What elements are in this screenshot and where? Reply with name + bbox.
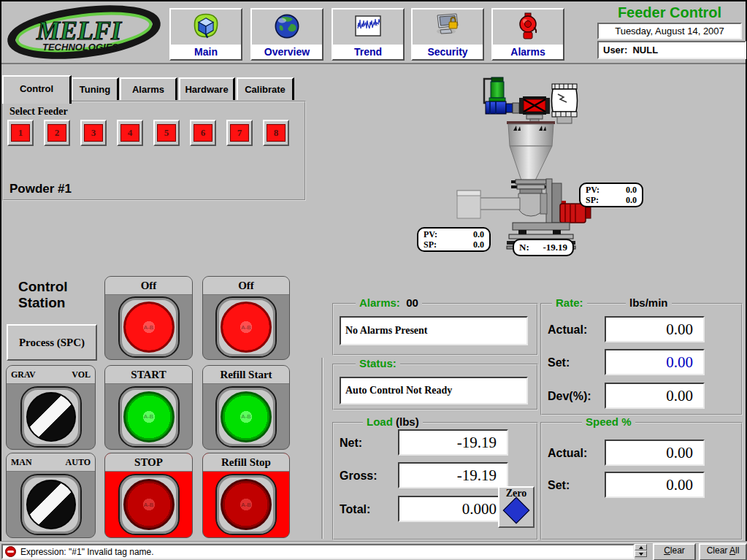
rate-dev-value: 0.00 (605, 383, 705, 409)
rate-groupbox-label: Rate: (552, 296, 587, 309)
feeder-control-screen: MELFI TECHNOLOGIES Main (0, 0, 747, 560)
feeder-button-1[interactable]: 1 (7, 120, 34, 146)
nav-security-button[interactable]: Security (411, 8, 484, 61)
rate-dev-label: Dev(%): (548, 390, 591, 403)
gross-label: Gross: (340, 469, 378, 483)
selected-feeder-name: Powder #1 (9, 182, 72, 196)
net-value: -19.19 (398, 429, 508, 456)
feeder-button-6[interactable]: 6 (190, 120, 216, 146)
clear-button[interactable]: Clear (653, 543, 696, 560)
feeder-button-7[interactable]: 7 (226, 120, 253, 146)
man-auto-selector[interactable]: MANAUTO (6, 453, 96, 538)
speed-groupbox-label: Speed % (582, 415, 635, 428)
globe-icon (252, 11, 322, 42)
nav-main-label: Main (171, 45, 241, 59)
process-spc-button[interactable]: Process (SPC) (7, 324, 97, 361)
user-label: User: (603, 45, 627, 55)
speed-groupbox: Speed % Actual: 0.00 Set: 0.00 (540, 422, 743, 540)
red-pushbutton-icon: A-B (123, 302, 175, 353)
feed-off-button[interactable]: Off A-B (104, 276, 193, 360)
green-pushbutton-icon: A-B (123, 391, 175, 442)
feeder-button-8[interactable]: 8 (263, 120, 289, 146)
refill-off-button[interactable]: Off A-B (202, 276, 290, 360)
svg-text:MELFI: MELFI (36, 16, 123, 45)
tab-alarms[interactable]: Alarms (120, 77, 177, 100)
rate-set-input[interactable]: 0.00 (605, 349, 705, 375)
selector-knob-icon (26, 392, 76, 442)
green-pushbutton-icon: A-B (221, 391, 272, 442)
statusbar-message-field: Expression: "#1" Invalid tag name. (1, 544, 635, 559)
motor-pv-sp-callout: PV:0.0 SP:0.0 (579, 183, 643, 207)
melfi-logo: MELFI TECHNOLOGIES (6, 3, 163, 64)
tab-calibrate[interactable]: Calibrate (237, 77, 294, 100)
status-groupbox-label: Status: (356, 357, 400, 369)
alarm-bell-icon (493, 11, 563, 42)
nav-security-label: Security (413, 45, 483, 59)
nav-overview-button[interactable]: Overview (250, 8, 323, 61)
speed-set-value: 0.00 (605, 472, 705, 498)
clear-all-button[interactable]: Clear All (699, 543, 747, 560)
rate-units-label: lbs/min (626, 296, 672, 309)
tab-control[interactable]: Control (2, 75, 72, 104)
date-display: Tuesday, August 14, 2007 (597, 23, 742, 39)
load-groupbox: Load (lbs) Net: -19.19 Gross: -19.19 Tot… (332, 422, 538, 540)
start-button[interactable]: START A-B (104, 365, 193, 450)
alarms-groupbox: Alarms: 00 No Alarms Present (332, 303, 538, 356)
section-divider (321, 358, 323, 539)
net-weight-callout: N:-19.19 (513, 239, 574, 256)
net-label: Net: (340, 437, 362, 450)
rate-set-label: Set: (548, 356, 570, 369)
red-pushbutton-icon: A-B (221, 302, 272, 353)
selector-knob-icon (26, 480, 76, 529)
statusbar-message: Expression: "#1" Invalid tag name. (20, 547, 154, 557)
message-spinner (635, 544, 647, 558)
cube-icon (171, 11, 241, 42)
tab-tuning[interactable]: Tuning (72, 77, 119, 100)
up-arrow-icon (639, 546, 643, 549)
speed-actual-value: 0.00 (605, 440, 705, 466)
nav-main-button[interactable]: Main (169, 8, 242, 61)
feeder-button-4[interactable]: 4 (117, 120, 143, 146)
alarm-message-field: No Alarms Present (340, 316, 528, 345)
svg-text:TECHNOLOGIES: TECHNOLOGIES (42, 42, 118, 53)
speed-actual-label: Actual: (548, 447, 587, 460)
nav-trend-label: Trend (333, 45, 403, 59)
control-station-title: Control Station (18, 279, 68, 311)
zero-button[interactable]: Zero (498, 486, 535, 528)
select-feeder-label: Select Feeder (9, 106, 68, 118)
error-icon (5, 546, 16, 557)
user-value: NULL (632, 45, 658, 55)
nav-overview-label: Overview (252, 45, 322, 59)
rate-groupbox: Rate: lbs/min Actual: 0.00 Set: 0.00 Dev… (540, 303, 743, 415)
load-groupbox-label: Load (lbs) (363, 415, 423, 428)
rate-actual-value: 0.00 (605, 316, 705, 342)
speed-set-label: Set: (548, 479, 570, 492)
refill-start-button[interactable]: Refill Start A-B (202, 365, 290, 450)
nav-alarms-label: Alarms (493, 45, 563, 59)
feeder-button-5[interactable]: 5 (153, 120, 180, 146)
status-groupbox: Status: Auto Control Not Ready (332, 364, 538, 410)
spinner-down-button[interactable] (635, 551, 647, 557)
tab-hardware[interactable]: Hardware (179, 77, 235, 100)
scale-pv-sp-callout: PV:0.0 SP:0.0 (417, 227, 491, 252)
stop-button[interactable]: STOP A-B (104, 453, 193, 538)
status-bar: Expression: "#1" Invalid tag name. Clear… (0, 541, 747, 560)
total-label: Total: (340, 503, 370, 516)
user-display: User: NULL (597, 41, 746, 59)
nav-alarms-button[interactable]: Alarms (491, 8, 564, 61)
security-computer-icon (413, 11, 483, 42)
alarms-groupbox-label: Alarms: 00 (356, 296, 422, 309)
refill-stop-button[interactable]: Refill Stop A-B (202, 453, 290, 538)
alarm-count: 00 (406, 296, 418, 309)
feeder-button-2[interactable]: 2 (44, 120, 70, 146)
feeder-button-3[interactable]: 3 (80, 120, 107, 146)
darkred-pushbutton-icon: A-B (221, 479, 272, 530)
zero-diamond-icon (503, 497, 530, 524)
spinner-up-button[interactable] (635, 544, 647, 551)
status-message-field: Auto Control Not Ready (340, 377, 528, 404)
down-arrow-icon (639, 553, 643, 556)
darkred-pushbutton-icon: A-B (123, 479, 175, 530)
header-bar: MELFI TECHNOLOGIES Main (1, 1, 746, 64)
grav-vol-selector[interactable]: GRAVVOL (6, 365, 96, 450)
nav-trend-button[interactable]: Trend (332, 8, 405, 61)
